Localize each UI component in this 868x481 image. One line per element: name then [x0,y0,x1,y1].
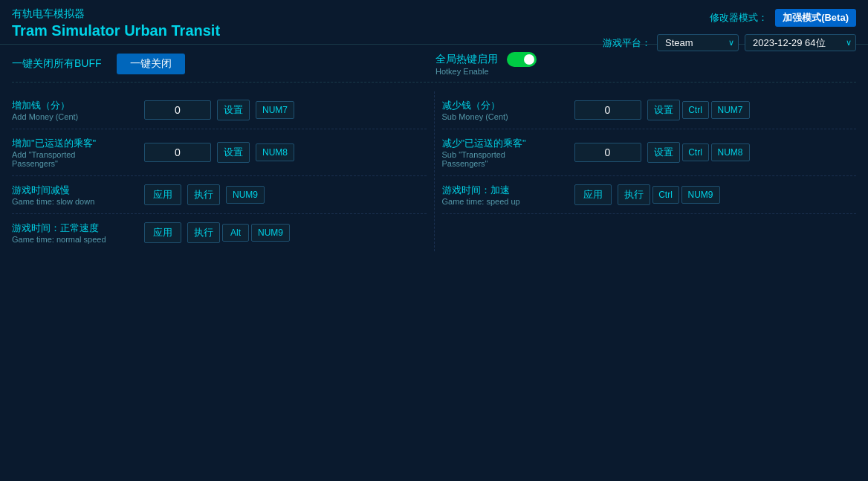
sub-money-en: Sub Money (Cent) [442,112,569,121]
hotkey-label-en: Hotkey Enable [435,67,489,76]
add-money-key: NUM7 [256,101,294,119]
date-select[interactable]: 2023-12-29 64位 [745,34,856,51]
date-select-wrapper[interactable]: 2023-12-29 64位 [745,34,856,51]
normal-time-label: 游戏时间：正常速度 Game time: normal speed [12,222,138,244]
fast-time-exec-button[interactable]: 执行 [618,184,650,205]
sub-money-label: 减少钱（分） Sub Money (Cent) [442,99,569,121]
sub-passengers-en: Sub "Transported [442,150,569,159]
add-passengers-en: Add "Transported [12,150,138,159]
sub-passengers-set-button[interactable]: 设置 [647,142,680,163]
add-money-label: 增加钱（分） Add Money (Cent) [12,99,138,121]
sub-passengers-key2: NUM8 [711,143,750,161]
hotkey-toggle[interactable] [507,52,537,67]
normal-time-en: Game time: normal speed [12,235,138,244]
sub-money-input[interactable] [574,100,641,120]
control-row-fast-time: 游戏时间：加速 Game time: speed up 应用 执行 Ctrl N… [442,176,857,214]
add-money-set-button[interactable]: 设置 [217,100,250,120]
sub-money-set-button[interactable]: 设置 [647,100,680,120]
normal-time-cn: 游戏时间：正常速度 [12,222,138,235]
normal-time-keys: 执行 Alt NUM9 [187,222,290,243]
sub-money-key1: Ctrl [682,101,709,119]
platform-select[interactable]: Steam [657,34,739,51]
left-panel: 增加钱（分） Add Money (Cent) 设置 NUM7 增加"已运送的乘… [12,91,434,251]
control-row-add-money: 增加钱（分） Add Money (Cent) 设置 NUM7 [12,91,427,129]
normal-time-key1: Alt [222,224,249,242]
add-passengers-en2: Passengers" [12,159,138,168]
fast-time-key1: Ctrl [652,186,679,204]
right-panel: 减少钱（分） Sub Money (Cent) 设置 Ctrl NUM7 减少"… [434,91,857,251]
control-row-slow-time: 游戏时间减慢 Game time: slow down 应用 执行 NUM9 [12,176,427,214]
main-content: 一键关闭所有BUFF 一键关闭 全局热键启用 Hotkey Enable 增加钱… [0,45,868,259]
modifier-label: 修改器模式： [710,11,768,25]
add-passengers-label: 增加"已运送的乘客" Add "Transported Passengers" [12,137,138,168]
fast-time-key2: NUM9 [681,186,720,204]
control-row-normal-time: 游戏时间：正常速度 Game time: normal speed 应用 执行 … [12,214,427,251]
buff-label: 一键关闭所有BUFF [12,57,102,71]
platform-select-wrapper[interactable]: Steam [657,34,739,51]
close-all-buff-button[interactable]: 一键关闭 [117,54,185,74]
slow-time-cn: 游戏时间减慢 [12,184,138,197]
add-passengers-input[interactable] [144,143,211,162]
fast-time-cn: 游戏时间：加速 [442,184,569,197]
hotkey-label-cn: 全局热键启用 [435,53,498,66]
sub-passengers-en2: Passengers" [442,159,569,168]
add-money-input[interactable] [144,100,211,120]
control-row-sub-money: 减少钱（分） Sub Money (Cent) 设置 Ctrl NUM7 [442,91,857,129]
platform-label: 游戏平台： [603,36,651,50]
app-container: 有轨电车模拟器 Tram Simulator Urban Transit 修改器… [0,0,868,481]
fast-time-en: Game time: speed up [442,197,569,206]
fast-time-apply-button[interactable]: 应用 [574,184,612,205]
add-passengers-key: NUM8 [256,143,294,161]
sub-passengers-key1: Ctrl [682,143,709,161]
add-money-cn: 增加钱（分） [12,99,138,112]
sub-passengers-keys: 设置 Ctrl NUM8 [647,142,750,163]
sub-money-cn: 减少钱（分） [442,99,569,112]
slow-time-exec-button[interactable]: 执行 [187,184,220,205]
sub-passengers-label: 减少"已运送的乘客" Sub "Transported Passengers" [442,137,569,168]
beta-badge: 加强模式(Beta) [775,9,856,27]
sub-passengers-input[interactable] [574,143,641,162]
controls-wrapper: 增加钱（分） Add Money (Cent) 设置 NUM7 增加"已运送的乘… [12,91,856,251]
fast-time-keys: 执行 Ctrl NUM9 [618,184,720,205]
add-passengers-cn: 增加"已运送的乘客" [12,137,138,150]
top-right-controls: 修改器模式： 加强模式(Beta) [710,9,856,27]
control-row-add-passengers: 增加"已运送的乘客" Add "Transported Passengers" … [12,129,427,176]
control-row-sub-passengers: 减少"已运送的乘客" Sub "Transported Passengers" … [442,129,857,176]
slow-time-en: Game time: slow down [12,197,138,206]
fast-time-label: 游戏时间：加速 Game time: speed up [442,184,569,206]
slow-time-key: NUM9 [226,186,265,204]
add-passengers-set-button[interactable]: 设置 [217,142,250,163]
normal-time-key2: NUM9 [251,224,290,242]
add-money-en: Add Money (Cent) [12,112,138,121]
sub-money-keys: 设置 Ctrl NUM7 [647,100,750,120]
slow-time-apply-button[interactable]: 应用 [144,184,181,205]
slow-time-label: 游戏时间减慢 Game time: slow down [12,184,138,206]
sub-money-key2: NUM7 [711,101,750,119]
sub-passengers-cn: 减少"已运送的乘客" [442,137,569,150]
normal-time-exec-button[interactable]: 执行 [187,222,220,243]
normal-time-apply-button[interactable]: 应用 [144,222,181,243]
